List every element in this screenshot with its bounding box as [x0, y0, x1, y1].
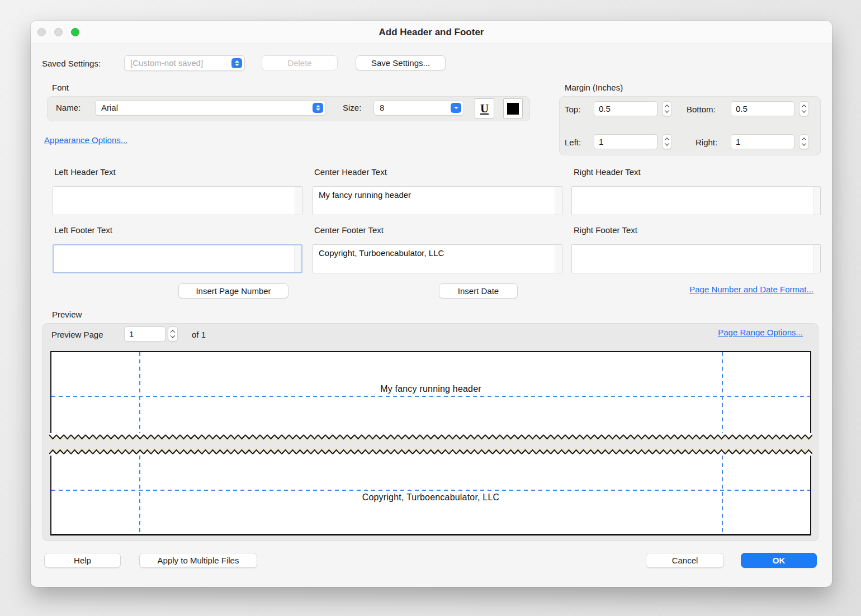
top-margin-guide	[51, 396, 810, 397]
right-footer-field	[571, 244, 821, 273]
preview-footer-text: Copyright, Turboencabulator, LLC	[51, 492, 810, 503]
preview-page-label: Preview Page	[51, 330, 103, 339]
left-header-field	[53, 186, 302, 215]
margin-top-input[interactable]	[594, 101, 657, 116]
margin-left-label: Left:	[565, 138, 581, 147]
underline-button[interactable]: U	[475, 98, 494, 119]
font-name-label: Name:	[56, 103, 81, 112]
right-header-textarea[interactable]	[572, 187, 813, 215]
left-header-label: Left Header Text	[54, 167, 116, 177]
margin-bottom-input[interactable]	[731, 101, 794, 116]
center-footer-textarea[interactable]: Copyright, Turboencabulator, LLC	[313, 245, 555, 273]
font-size-value: 8	[380, 101, 384, 115]
preview-page-footer-fragment: Copyright, Turboencabulator, LLC	[50, 456, 811, 536]
preview-section-label: Preview	[52, 310, 82, 319]
font-group-label: Font	[52, 83, 69, 92]
page-range-options-link[interactable]: Page Range Options...	[718, 328, 803, 337]
apply-to-multiple-files-button[interactable]: Apply to Multiple Files	[139, 553, 257, 568]
margin-right-stepper[interactable]	[799, 134, 809, 149]
right-header-field	[571, 186, 821, 215]
ok-button[interactable]: OK	[741, 553, 817, 568]
scrollbar-track[interactable]	[813, 245, 820, 273]
scrollbar-track[interactable]	[295, 187, 302, 215]
center-header-textarea[interactable]: My fancy running header	[313, 187, 555, 215]
margin-left-stepper[interactable]	[662, 134, 672, 149]
margin-left-input[interactable]	[594, 134, 657, 149]
saved-settings-select[interactable]: [Custom-not saved]	[124, 55, 245, 71]
left-footer-field	[53, 244, 302, 273]
cancel-button[interactable]: Cancel	[646, 553, 724, 568]
right-footer-textarea[interactable]	[572, 245, 813, 273]
torn-edge-zigzag	[49, 433, 812, 442]
center-footer-label: Center Footer Text	[314, 225, 384, 235]
right-header-label: Right Header Text	[574, 167, 641, 177]
scrollbar-track[interactable]	[294, 245, 301, 272]
font-name-value: Arial	[101, 101, 118, 115]
scrollbar-track[interactable]	[555, 245, 562, 273]
font-name-select[interactable]: Arial	[95, 100, 326, 116]
saved-settings-label: Saved Settings:	[42, 59, 101, 68]
margin-bottom-label: Bottom:	[687, 105, 716, 114]
font-size-select[interactable]: 8	[373, 100, 464, 116]
preview-header-text: My fancy running header	[51, 384, 810, 394]
font-size-label: Size:	[343, 103, 361, 112]
page-number-date-format-link[interactable]: Page Number and Date Format...	[689, 285, 813, 294]
scrollbar-track[interactable]	[555, 187, 562, 215]
color-swatch-icon	[507, 103, 519, 115]
preview-page-input[interactable]	[124, 326, 165, 342]
save-settings-button[interactable]: Save Settings...	[356, 55, 446, 70]
center-header-field: My fancy running header	[313, 186, 562, 215]
dialog-title: Add Header and Footer	[31, 21, 832, 44]
preview-page-header-fragment: My fancy running header	[50, 351, 811, 433]
select-stepper-icon	[231, 58, 242, 68]
margin-bottom-stepper[interactable]	[799, 101, 809, 116]
margin-right-label: Right:	[696, 138, 717, 147]
titlebar: Add Header and Footer	[31, 21, 832, 44]
left-footer-textarea[interactable]	[54, 245, 294, 272]
torn-edge-zigzag	[49, 447, 812, 456]
insert-date-button[interactable]: Insert Date	[439, 283, 518, 298]
font-color-button[interactable]	[503, 98, 523, 119]
help-button[interactable]: Help	[44, 553, 121, 568]
margin-right-input[interactable]	[731, 134, 794, 149]
bottom-margin-guide	[51, 490, 810, 491]
saved-settings-value: [Custom-not saved]	[130, 56, 203, 70]
select-stepper-icon	[313, 103, 323, 113]
add-header-footer-dialog: Add Header and Footer Saved Settings: [C…	[31, 21, 832, 587]
preview-page-stepper[interactable]	[168, 326, 178, 342]
margin-group-label: Margin (Inches)	[565, 83, 623, 92]
left-footer-label: Left Footer Text	[54, 225, 112, 235]
margin-top-label: Top:	[565, 105, 580, 114]
scrollbar-track[interactable]	[813, 187, 820, 215]
left-header-textarea[interactable]	[53, 187, 295, 215]
right-footer-label: Right Footer Text	[574, 225, 637, 235]
delete-settings-button[interactable]: Delete	[262, 55, 338, 70]
preview-page-count-label: of 1	[192, 330, 206, 339]
chevron-down-icon	[451, 103, 461, 113]
insert-page-number-button[interactable]: Insert Page Number	[178, 283, 288, 298]
underline-icon: U	[480, 102, 489, 116]
center-header-label: Center Header Text	[314, 167, 387, 177]
appearance-options-link[interactable]: Appearance Options...	[44, 135, 127, 145]
center-footer-field: Copyright, Turboencabulator, LLC	[313, 244, 562, 273]
margin-top-stepper[interactable]	[662, 101, 672, 116]
